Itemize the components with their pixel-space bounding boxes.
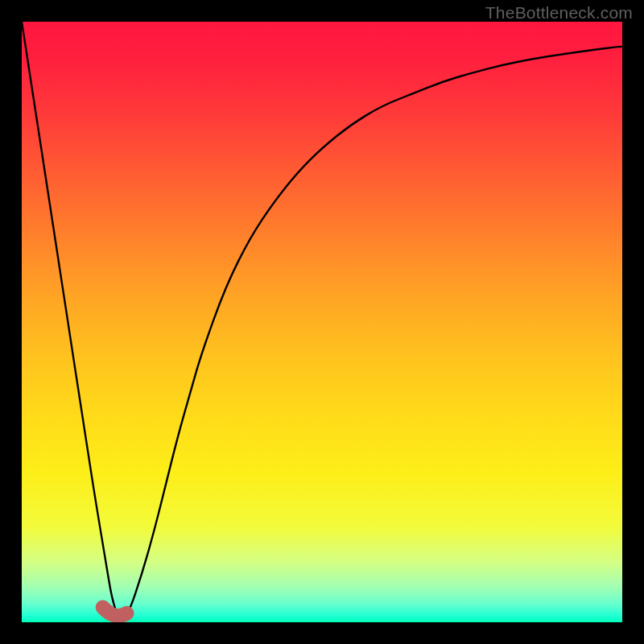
marker-layer [22, 22, 622, 622]
chart-frame: TheBottleneck.com [0, 0, 644, 644]
plot-area [22, 22, 622, 622]
watermark-text: TheBottleneck.com [485, 3, 633, 23]
highlight-marker [103, 607, 127, 616]
